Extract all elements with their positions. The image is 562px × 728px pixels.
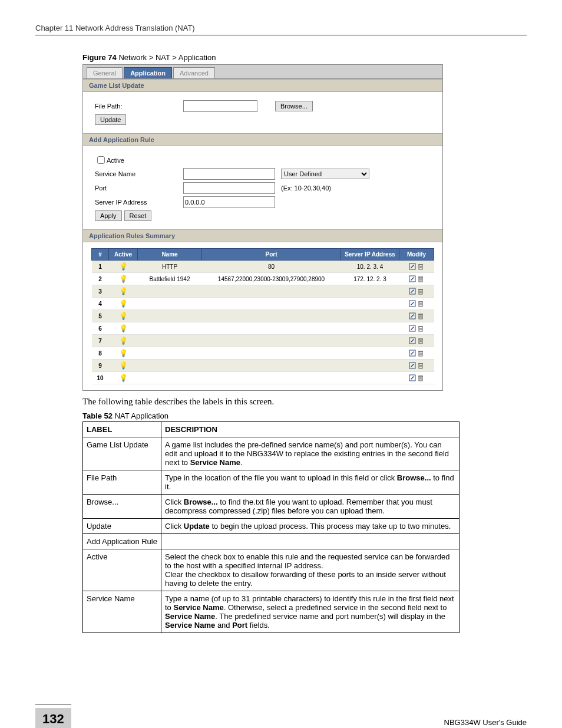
cell-name	[138, 310, 202, 322]
desc-label: Game List Update	[83, 437, 161, 470]
cell-name	[138, 335, 202, 347]
browse-button[interactable]: Browse...	[275, 101, 313, 111]
page-number: 132	[35, 708, 71, 728]
desc-row: File PathType in the location of the fil…	[83, 470, 459, 495]
bulb-icon: 💡	[119, 324, 128, 332]
bulb-icon: 💡	[119, 374, 128, 382]
table-row: 5💡	[92, 310, 434, 322]
cell-active: 💡	[109, 360, 138, 372]
reset-button[interactable]: Reset	[124, 210, 152, 221]
bulb-icon: 💡	[119, 275, 128, 283]
active-checkbox[interactable]	[97, 156, 105, 164]
desc-row: Browse...Click Browse... to find the.txt…	[83, 495, 459, 519]
cell-port	[202, 310, 341, 322]
cell-name	[138, 298, 202, 310]
table-row: 10💡	[92, 372, 434, 384]
port-input[interactable]	[183, 182, 275, 194]
th-server-ip: Server IP Address	[341, 249, 399, 261]
svg-rect-26	[419, 327, 422, 331]
edit-icon[interactable]	[409, 337, 416, 344]
tab-application[interactable]: Application	[124, 67, 172, 78]
svg-rect-16	[419, 302, 422, 307]
desc-th-label: LABEL	[83, 422, 161, 437]
cell-active: 💡	[109, 298, 138, 310]
edit-icon[interactable]	[409, 300, 416, 307]
apply-button[interactable]: Apply	[95, 210, 122, 221]
desc-row: Service NameType a name (of up to 31 pri…	[83, 591, 459, 633]
cell-num: 8	[92, 347, 109, 360]
desc-label: Browse...	[83, 495, 161, 519]
cell-ip	[341, 335, 399, 347]
cell-num: 9	[92, 360, 109, 372]
delete-icon[interactable]	[417, 312, 424, 319]
update-button[interactable]: Update	[95, 114, 126, 125]
cell-modify	[399, 372, 434, 384]
service-name-label: Service Name	[95, 170, 183, 177]
cell-modify	[399, 322, 434, 335]
table-row: 2💡Battlefield 194214567,22000,23000-2300…	[92, 273, 434, 285]
edit-icon[interactable]	[409, 312, 416, 319]
cell-active: 💡	[109, 372, 138, 384]
desc-th-desc: DESCRIPTION	[161, 422, 459, 437]
edit-icon[interactable]	[409, 362, 416, 369]
delete-icon[interactable]	[417, 337, 424, 344]
cell-active: 💡	[109, 310, 138, 322]
delete-icon[interactable]	[417, 275, 424, 282]
tab-advanced[interactable]: Advanced	[173, 67, 215, 78]
cell-ip: 10. 2. 3. 4	[341, 261, 399, 273]
cell-num: 10	[92, 372, 109, 384]
cell-name	[138, 347, 202, 360]
bulb-icon: 💡	[119, 312, 128, 320]
cell-num: 5	[92, 310, 109, 322]
server-ip-input[interactable]	[183, 196, 275, 208]
cell-ip	[341, 298, 399, 310]
cell-ip	[341, 360, 399, 372]
cell-modify	[399, 310, 434, 322]
desc-row: UpdateClick Update to begin the upload p…	[83, 519, 459, 534]
edit-icon[interactable]	[409, 374, 416, 381]
delete-icon[interactable]	[417, 350, 424, 357]
edit-icon[interactable]	[409, 263, 416, 270]
desc-text: Type in the location of the file you wan…	[161, 470, 459, 495]
svg-rect-46	[419, 376, 422, 381]
table-row: 7💡	[92, 335, 434, 347]
cell-ip	[341, 347, 399, 360]
cell-port	[202, 322, 341, 335]
edit-icon[interactable]	[409, 350, 416, 357]
delete-icon[interactable]	[417, 300, 424, 307]
bulb-icon: 💡	[119, 361, 128, 370]
file-path-input[interactable]	[183, 100, 257, 112]
cell-ip: 172. 12. 2. 3	[341, 273, 399, 285]
cell-modify	[399, 347, 434, 360]
chapter-header: Chapter 11 Network Address Translation (…	[35, 24, 527, 32]
edit-icon[interactable]	[409, 275, 416, 282]
cell-port	[202, 335, 341, 347]
rules-table: # Active Name Port Server IP Address Mod…	[91, 248, 434, 384]
service-name-input[interactable]	[183, 168, 275, 180]
delete-icon[interactable]	[417, 263, 424, 270]
service-name-select[interactable]: User Defined	[281, 169, 369, 179]
table-caption-bold: Table 52	[82, 411, 113, 420]
delete-icon[interactable]	[417, 374, 424, 381]
delete-icon[interactable]	[417, 288, 424, 295]
cell-modify	[399, 360, 434, 372]
desc-text: Type a name (of up to 31 printable chara…	[161, 591, 459, 633]
cell-name: HTTP	[138, 261, 202, 273]
section-game-list: Game List Update	[83, 79, 442, 92]
guide-name: NBG334W User's Guide	[444, 718, 527, 728]
description-table: LABEL DESCRIPTION Game List UpdateA game…	[82, 421, 459, 633]
cell-name	[138, 372, 202, 384]
delete-icon[interactable]	[417, 362, 424, 369]
th-port: Port	[202, 249, 341, 261]
bulb-icon: 💡	[119, 299, 128, 308]
cell-ip	[341, 310, 399, 322]
bulb-icon: 💡	[119, 262, 128, 271]
tab-general[interactable]: General	[87, 67, 123, 78]
desc-text: Click Browse... to find the.txt file you…	[161, 495, 459, 519]
cell-modify	[399, 335, 434, 347]
delete-icon[interactable]	[417, 325, 424, 332]
cell-port: 14567,22000,23000-23009,27900,28900	[202, 273, 341, 285]
bulb-icon: 💡	[119, 337, 128, 345]
edit-icon[interactable]	[409, 325, 416, 332]
edit-icon[interactable]	[409, 288, 416, 295]
